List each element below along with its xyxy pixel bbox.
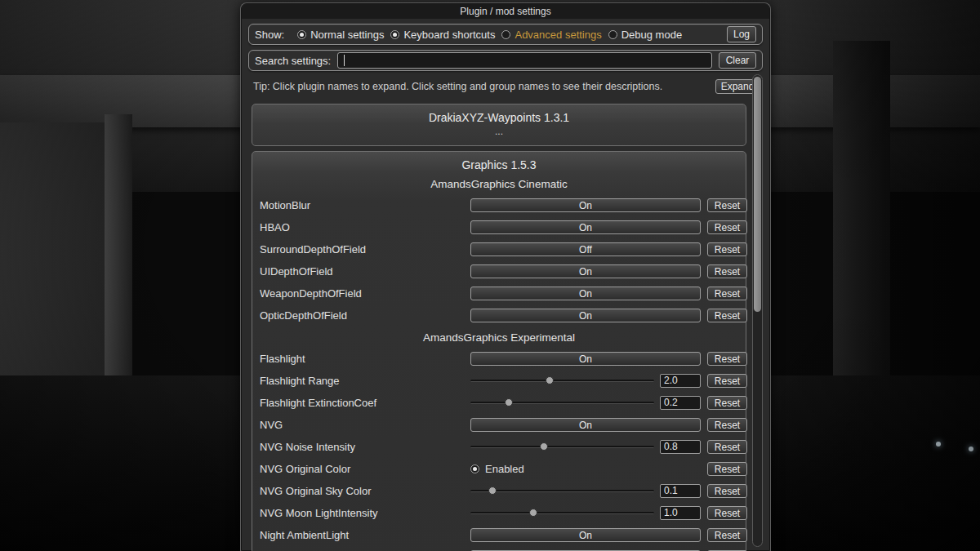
slider-track (470, 446, 654, 448)
radio-icon (608, 30, 617, 39)
reset-button[interactable]: Reset (707, 352, 747, 366)
setting-label-nvg-original-sky-color[interactable]: NVG Original Sky Color (260, 485, 470, 497)
plugin-title[interactable]: Graphics 1.5.3 (252, 152, 746, 173)
show-label: Show: (255, 29, 284, 41)
tip-row: Tip: Click plugin names to expand. Click… (242, 71, 769, 97)
show-bar: Show: Normal settingsKeyboard shortcutsA… (248, 24, 763, 45)
slider[interactable] (470, 396, 654, 410)
slider-handle[interactable] (488, 487, 497, 495)
slider[interactable] (470, 484, 654, 498)
plugin-title[interactable]: DrakiaXYZ-Waypoints 1.3.1 (252, 104, 746, 126)
setting-control: On (470, 309, 701, 322)
settings-window: Plugin / mod settings Show: Normal setti… (241, 3, 770, 551)
clear-button[interactable]: Clear (719, 52, 756, 69)
setting-label-uidepthoffield[interactable]: UIDepthOfField (260, 265, 470, 278)
reset-button[interactable]: Reset (707, 264, 747, 278)
setting-row: NVG Original Sky Color0.1Reset (252, 480, 746, 502)
reset-button[interactable]: Reset (707, 484, 747, 498)
slider-value[interactable]: 1.0 (660, 506, 701, 520)
group-header[interactable]: AmandsGraphics Experimental (252, 327, 746, 348)
toggle-button[interactable]: On (470, 352, 701, 366)
reset-button[interactable]: Reset (707, 242, 747, 256)
scrollbar-thumb[interactable] (754, 77, 761, 312)
setting-control: 0.8 (470, 440, 701, 454)
plugin-section: Graphics 1.5.3AmandsGraphics CinematicMo… (252, 151, 746, 551)
filter-label: Normal settings (310, 29, 384, 41)
reset-button[interactable]: Reset (707, 528, 747, 542)
setting-control: On (470, 264, 701, 278)
setting-label-weapondepthoffield[interactable]: WeaponDepthOfField (260, 287, 470, 300)
reset-button[interactable]: Reset (707, 374, 747, 388)
slider[interactable] (470, 440, 654, 454)
slider-track (470, 490, 654, 492)
setting-row: NVG Moon LightIntensity1.0Reset (252, 502, 746, 524)
toggle-button[interactable]: On (470, 220, 701, 234)
setting-label-night-ambientlight[interactable]: Night AmbientLight (260, 529, 470, 541)
setting-label-opticdepthoffield[interactable]: OpticDepthOfField (260, 309, 470, 322)
setting-row: SurroundDepthOfFieldOffReset (252, 238, 746, 260)
slider-handle[interactable] (540, 442, 548, 451)
slider-value[interactable]: 2.0 (660, 374, 701, 388)
setting-label-hbao[interactable]: HBAO (260, 221, 470, 233)
toggle-button[interactable]: On (470, 264, 701, 278)
reset-button[interactable]: Reset (707, 418, 747, 432)
setting-label-flashlight-extinctioncoef[interactable]: Flashlight ExtinctionCoef (260, 397, 470, 409)
setting-label-nvg-moon-lightintensity[interactable]: NVG Moon LightIntensity (260, 507, 470, 519)
slider-value[interactable]: 0.2 (660, 396, 701, 410)
setting-control: On (470, 220, 701, 234)
reset-button[interactable]: Reset (707, 198, 747, 212)
toggle-button[interactable]: On (470, 198, 701, 212)
filter-debug-mode[interactable]: Debug mode (608, 29, 682, 41)
toggle-button[interactable]: On (470, 418, 701, 432)
slider-value[interactable]: 0.1 (660, 484, 701, 498)
setting-label-nvg[interactable]: NVG (260, 419, 470, 431)
filter-keyboard-shortcuts[interactable]: Keyboard shortcuts (390, 29, 495, 41)
setting-label-nvg-noise-intensity[interactable]: NVG Noise Intensity (260, 441, 470, 453)
slider[interactable] (470, 506, 654, 520)
scrollbar-track[interactable] (752, 74, 763, 547)
setting-control: Off (470, 242, 701, 256)
filter-label: Advanced settings (514, 29, 601, 41)
setting-control: 0.1 (470, 484, 701, 498)
slider-handle[interactable] (505, 398, 513, 407)
slider-handle[interactable] (529, 509, 537, 517)
reset-button[interactable]: Reset (707, 287, 747, 300)
reset-button[interactable]: Reset (707, 440, 747, 454)
setting-control: On (470, 287, 701, 300)
filter-label: Keyboard shortcuts (403, 29, 495, 41)
reset-button[interactable]: Reset (707, 396, 747, 410)
slider-handle[interactable] (546, 376, 554, 384)
plugin-subtitle[interactable]: ... (252, 126, 746, 143)
plugin-section: DrakiaXYZ-Waypoints 1.3.1... (252, 104, 746, 146)
setting-label-motionblur[interactable]: MotionBlur (260, 199, 470, 211)
reset-button[interactable]: Reset (707, 309, 747, 322)
setting-row: WeaponDepthOfFieldOnReset (252, 282, 746, 304)
reset-button[interactable]: Reset (707, 506, 747, 520)
slider[interactable] (470, 374, 654, 388)
log-button[interactable]: Log (727, 26, 756, 42)
filter-group: Normal settingsKeyboard shortcutsAdvance… (291, 29, 682, 41)
toggle-button[interactable]: On (470, 528, 701, 542)
setting-row: NVG Noise Intensity0.8Reset (252, 436, 746, 458)
checkbox-icon[interactable] (470, 464, 479, 473)
toggle-button[interactable]: On (470, 309, 701, 322)
toggle-button[interactable]: Off (470, 242, 701, 256)
setting-label-flashlight[interactable]: Flashlight (260, 353, 470, 365)
search-input[interactable] (337, 52, 712, 69)
setting-row: Night AmbientLightOnReset (252, 524, 746, 546)
slider-track (470, 512, 654, 514)
setting-control: 2.0 (470, 374, 701, 388)
group-header[interactable]: AmandsGraphics Cinematic (252, 173, 746, 194)
setting-label-surrounddepthoffield[interactable]: SurroundDepthOfField (260, 243, 470, 256)
setting-row: Flashlight ExtinctionCoef0.2Reset (252, 392, 746, 414)
setting-label-nvg-original-color[interactable]: NVG Original Color (260, 463, 470, 475)
filter-normal-settings[interactable]: Normal settings (297, 29, 384, 41)
reset-button[interactable]: Reset (707, 462, 747, 476)
setting-row: NVGOnReset (252, 414, 746, 436)
setting-control: On (470, 418, 701, 432)
filter-advanced-settings[interactable]: Advanced settings (501, 29, 601, 41)
slider-value[interactable]: 0.8 (660, 440, 701, 454)
reset-button[interactable]: Reset (707, 220, 747, 234)
toggle-button[interactable]: On (470, 287, 701, 300)
setting-label-flashlight-range[interactable]: Flashlight Range (260, 375, 470, 387)
